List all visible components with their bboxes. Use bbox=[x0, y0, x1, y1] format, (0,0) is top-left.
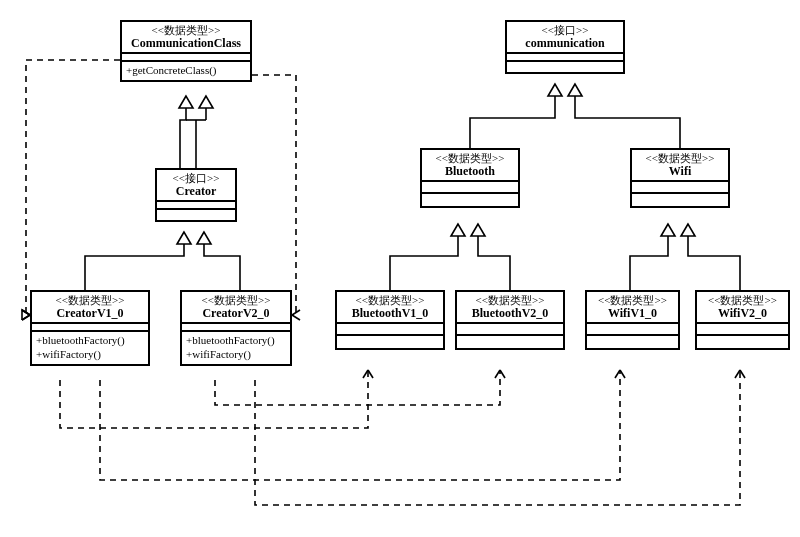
stereotype: <<数据类型>> bbox=[701, 294, 784, 307]
edge-btv2-to-bt bbox=[478, 236, 510, 290]
ops-compartment bbox=[587, 336, 678, 348]
edge-v2-to-creator bbox=[204, 244, 240, 290]
svg-line-1 bbox=[22, 310, 30, 315]
class-name: WifiV1_0 bbox=[591, 307, 674, 321]
arrow-creator-to-commclass bbox=[179, 96, 193, 108]
ops-compartment bbox=[337, 336, 443, 348]
ops-compartment bbox=[457, 336, 563, 348]
stereotype: <<数据类型>> bbox=[591, 294, 674, 307]
arrow-wifi-to-comm bbox=[568, 84, 582, 96]
class-name: Bluetooth bbox=[426, 165, 514, 179]
class-name: CreatorV1_0 bbox=[36, 307, 144, 321]
dep-commclass-to-v1 bbox=[26, 60, 120, 315]
arrow-btv2-to-bt bbox=[471, 224, 485, 236]
stereotype: <<数据类型>> bbox=[636, 152, 724, 165]
ops-compartment bbox=[422, 194, 518, 206]
class-btv2: <<数据类型>> BluetoothV2_0 bbox=[455, 290, 565, 350]
attr-compartment bbox=[587, 324, 678, 336]
attr-compartment bbox=[32, 324, 148, 332]
stereotype: <<接口>> bbox=[161, 172, 231, 185]
stereotype: <<数据类型>> bbox=[186, 294, 286, 307]
svg-line-2 bbox=[22, 315, 30, 320]
edge-wifi-to-comm bbox=[575, 96, 680, 148]
stereotype: <<数据类型>> bbox=[461, 294, 559, 307]
arrow-v1-to-creator bbox=[177, 232, 191, 244]
attr-compartment bbox=[157, 202, 235, 210]
class-communicationclass: <<数据类型>> CommunicationClass +getConcrete… bbox=[120, 20, 252, 82]
uml-canvas: <<数据类型>> CommunicationClass +getConcrete… bbox=[0, 0, 800, 537]
arrow-wifiv2-to-wifi bbox=[681, 224, 695, 236]
dep-commclass-to-v2 bbox=[252, 75, 296, 315]
class-name: CreatorV2_0 bbox=[186, 307, 286, 321]
stereotype: <<接口>> bbox=[511, 24, 619, 37]
class-name: CommunicationClass bbox=[126, 37, 246, 51]
arrow-v2-to-creator bbox=[197, 232, 211, 244]
class-name: Wifi bbox=[636, 165, 724, 179]
stereotype: <<数据类型>> bbox=[36, 294, 144, 307]
dep-arrow-v1 bbox=[22, 310, 30, 320]
operation: +bluetoothFactory() bbox=[186, 334, 286, 348]
class-communication: <<接口>> communication bbox=[505, 20, 625, 74]
class-btv1: <<数据类型>> BluetoothV1_0 bbox=[335, 290, 445, 350]
attr-compartment bbox=[337, 324, 443, 336]
dep-v2-to-btv2 bbox=[215, 370, 500, 405]
operation: +getConcreteClass() bbox=[126, 64, 246, 78]
class-name: communication bbox=[511, 37, 619, 51]
operation: +wifiFactory() bbox=[36, 348, 144, 362]
edge-bt-to-comm bbox=[470, 96, 555, 148]
attr-compartment bbox=[422, 182, 518, 194]
edge-creator-to-commclass bbox=[180, 108, 186, 168]
class-creator: <<接口>> Creator bbox=[155, 168, 237, 222]
class-wifiv1: <<数据类型>> WifiV1_0 bbox=[585, 290, 680, 350]
ops-compartment: +bluetoothFactory() +wifiFactory() bbox=[32, 332, 148, 364]
ops-compartment bbox=[157, 210, 235, 220]
class-creatorv2: <<数据类型>> CreatorV2_0 +bluetoothFactory()… bbox=[180, 290, 292, 366]
edge-wifiv1-to-wifi bbox=[630, 236, 668, 290]
arrow-creator-to-commclass-2 bbox=[199, 96, 213, 108]
dep-v2-to-wifiv2 bbox=[255, 370, 740, 505]
class-name: BluetoothV2_0 bbox=[461, 307, 559, 321]
edge-wifiv2-to-wifi bbox=[688, 236, 740, 290]
attr-compartment bbox=[182, 324, 290, 332]
arrow-wifiv1-to-wifi bbox=[661, 224, 675, 236]
arrow-btv1-to-bt bbox=[451, 224, 465, 236]
ops-compartment bbox=[632, 194, 728, 206]
ops-compartment bbox=[507, 62, 623, 72]
operation: +bluetoothFactory() bbox=[36, 334, 144, 348]
attr-compartment bbox=[697, 324, 788, 336]
stereotype: <<数据类型>> bbox=[426, 152, 514, 165]
attr-compartment bbox=[507, 54, 623, 62]
arrow-bt-to-comm bbox=[548, 84, 562, 96]
operation: +wifiFactory() bbox=[186, 348, 286, 362]
ops-compartment: +getConcreteClass() bbox=[122, 62, 250, 80]
ops-compartment bbox=[697, 336, 788, 348]
stereotype: <<数据类型>> bbox=[341, 294, 439, 307]
edge-v1-to-creator bbox=[85, 244, 184, 290]
attr-compartment bbox=[632, 182, 728, 194]
ops-compartment: +bluetoothFactory() +wifiFactory() bbox=[182, 332, 290, 364]
stereotype: <<数据类型>> bbox=[126, 24, 246, 37]
edge-btv1-to-bt bbox=[390, 236, 458, 290]
class-name: WifiV2_0 bbox=[701, 307, 784, 321]
attr-compartment bbox=[457, 324, 563, 336]
attr-compartment bbox=[122, 54, 250, 62]
class-wifi: <<数据类型>> Wifi bbox=[630, 148, 730, 208]
class-wifiv2: <<数据类型>> WifiV2_0 bbox=[695, 290, 790, 350]
class-bluetooth: <<数据类型>> Bluetooth bbox=[420, 148, 520, 208]
dep-v1-to-btv1 bbox=[60, 370, 368, 428]
class-name: BluetoothV1_0 bbox=[341, 307, 439, 321]
class-name: Creator bbox=[161, 185, 231, 199]
class-creatorv1: <<数据类型>> CreatorV1_0 +bluetoothFactory()… bbox=[30, 290, 150, 366]
dep-v1-to-wifiv1 bbox=[100, 370, 620, 480]
